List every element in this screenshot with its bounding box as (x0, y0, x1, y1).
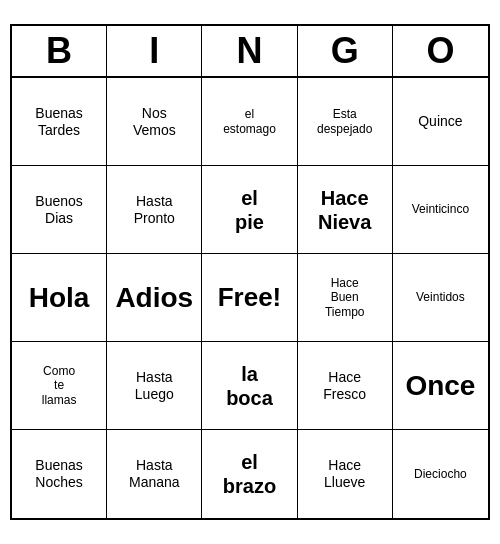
header-letter: G (298, 26, 393, 76)
bingo-grid: BuenasTardesNosVemoselestomagoEstadespej… (12, 78, 488, 518)
bingo-cell: HaceBuenTiempo (298, 254, 393, 342)
bingo-cell: Comotellamas (12, 342, 107, 430)
bingo-cell: BuenasNoches (12, 430, 107, 518)
bingo-cell: HastaPronto (107, 166, 202, 254)
bingo-cell: Free! (202, 254, 297, 342)
bingo-cell: elbrazo (202, 430, 297, 518)
bingo-cell: NosVemos (107, 78, 202, 166)
bingo-cell: Adios (107, 254, 202, 342)
bingo-cell: HastaManana (107, 430, 202, 518)
bingo-cell: laboca (202, 342, 297, 430)
bingo-cell: elpie (202, 166, 297, 254)
bingo-cell: Estadespejado (298, 78, 393, 166)
header-letter: B (12, 26, 107, 76)
header-letter: I (107, 26, 202, 76)
header-letter: N (202, 26, 297, 76)
bingo-cell: Dieciocho (393, 430, 488, 518)
bingo-cell: HaceFresco (298, 342, 393, 430)
bingo-cell: BuenasTardes (12, 78, 107, 166)
bingo-cell: HaceNieva (298, 166, 393, 254)
bingo-cell: Veintidos (393, 254, 488, 342)
bingo-card: BINGO BuenasTardesNosVemoselestomagoEsta… (10, 24, 490, 520)
bingo-cell: Quince (393, 78, 488, 166)
bingo-header: BINGO (12, 26, 488, 78)
bingo-cell: Hola (12, 254, 107, 342)
header-letter: O (393, 26, 488, 76)
bingo-cell: BuenosDias (12, 166, 107, 254)
bingo-cell: HaceLlueve (298, 430, 393, 518)
bingo-cell: elestomago (202, 78, 297, 166)
bingo-cell: HastaLuego (107, 342, 202, 430)
bingo-cell: Veinticinco (393, 166, 488, 254)
bingo-cell: Once (393, 342, 488, 430)
